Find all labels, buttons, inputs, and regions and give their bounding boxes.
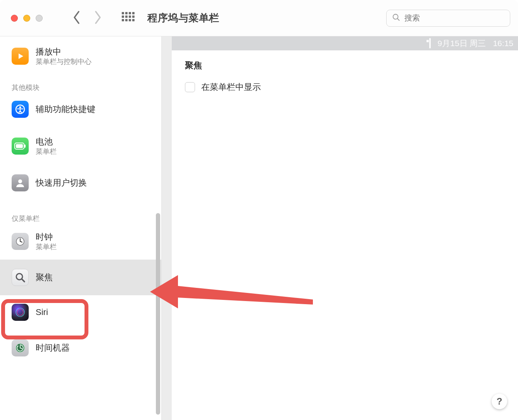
- svg-point-8: [18, 179, 22, 183]
- window: 程序坞与菜单栏 播放中 菜单栏与控制中心 其他: [0, 0, 518, 420]
- spotlight-icon: [12, 269, 29, 286]
- help-button[interactable]: ?: [492, 394, 507, 409]
- menubar-date: 9月15日 周三: [438, 38, 486, 49]
- sidebar: 播放中 菜单栏与控制中心 其他模块 辅助功能快捷键: [0, 36, 162, 420]
- forward-button[interactable]: [93, 10, 102, 26]
- siri-icon: [12, 304, 29, 321]
- sidebar-item-accessibility-shortcut[interactable]: 辅助功能快捷键: [0, 95, 161, 123]
- sidebar-item-siri[interactable]: Siri: [0, 298, 161, 326]
- show-in-menubar-row: 在菜单栏中显示: [185, 81, 502, 93]
- accessibility-icon: [12, 101, 29, 118]
- sidebar-section-other: 其他模块: [0, 71, 161, 95]
- show-all-prefs-button[interactable]: [122, 12, 134, 24]
- annotation-arrow: [150, 267, 321, 318]
- time-machine-icon: [12, 339, 29, 356]
- sidebar-item-sub: 菜单栏与控制中心: [36, 57, 92, 66]
- svg-line-14: [22, 279, 24, 282]
- battery-icon: [12, 138, 29, 155]
- panel-title: 聚焦: [185, 60, 502, 71]
- svg-marker-2: [19, 53, 23, 59]
- svg-point-0: [393, 14, 398, 19]
- sidebar-item-label: Siri: [36, 307, 48, 318]
- back-button[interactable]: [72, 10, 81, 26]
- close-window-button[interactable]: [11, 15, 18, 22]
- window-title: 程序坞与菜单栏: [147, 11, 219, 25]
- sidebar-item-sub: 菜单栏: [36, 243, 57, 251]
- sidebar-item-label: 电池: [36, 136, 57, 147]
- search-icon: [392, 13, 401, 23]
- svg-rect-7: [16, 144, 23, 148]
- sidebar-item-label: 播放中: [36, 46, 92, 57]
- sidebar-section-menubar-only: 仅菜单栏: [0, 197, 161, 226]
- sidebar-item-clock[interactable]: 时钟 菜单栏: [0, 226, 161, 256]
- search-input[interactable]: [404, 14, 504, 22]
- zoom-window-button[interactable]: [36, 15, 43, 22]
- sidebar-item-label: 快速用户切换: [36, 177, 87, 188]
- svg-marker-22: [150, 275, 313, 308]
- svg-point-4: [19, 107, 21, 108]
- main-content: 9月15日 周三 16:15 聚焦 在菜单栏中显示 ?: [162, 36, 518, 420]
- svg-rect-6: [24, 145, 26, 148]
- sidebar-scrollbar[interactable]: [156, 213, 160, 415]
- sidebar-item-label: 时钟: [36, 232, 57, 243]
- sidebar-item-sub: 菜单栏: [36, 147, 57, 156]
- menubar-time: 16:15: [493, 39, 513, 48]
- svg-point-16: [17, 309, 23, 315]
- sidebar-item-label: 聚焦: [36, 272, 53, 283]
- show-in-menubar-label: 在菜单栏中显示: [201, 81, 261, 93]
- input-source-icon: [429, 39, 431, 48]
- sidebar-item-battery[interactable]: 电池 菜单栏: [0, 131, 161, 161]
- toolbar: 程序坞与菜单栏: [0, 0, 518, 36]
- clock-icon: [12, 233, 29, 250]
- sidebar-item-now-playing[interactable]: 播放中 菜单栏与控制中心: [0, 41, 161, 71]
- now-playing-icon: [12, 48, 29, 65]
- settings-panel: 聚焦 在菜单栏中显示: [185, 60, 502, 93]
- sidebar-item-label: 辅助功能快捷键: [36, 104, 95, 115]
- menubar-preview: 9月15日 周三 16:15: [172, 36, 518, 50]
- show-in-menubar-checkbox[interactable]: [185, 82, 195, 92]
- main-divider-gutter: [162, 36, 172, 420]
- svg-line-1: [397, 18, 400, 21]
- sidebar-item-label: 时间机器: [36, 343, 70, 353]
- search-field[interactable]: [386, 10, 510, 27]
- window-controls: [11, 15, 43, 22]
- sidebar-item-spotlight[interactable]: 聚焦: [0, 260, 161, 295]
- nav-buttons: [72, 10, 102, 26]
- minimize-window-button[interactable]: [23, 15, 30, 22]
- user-icon: [12, 174, 29, 191]
- body: 播放中 菜单栏与控制中心 其他模块 辅助功能快捷键: [0, 36, 518, 420]
- sidebar-item-fast-user-switch[interactable]: 快速用户切换: [0, 169, 161, 197]
- sidebar-item-time-machine[interactable]: 时间机器: [0, 334, 161, 362]
